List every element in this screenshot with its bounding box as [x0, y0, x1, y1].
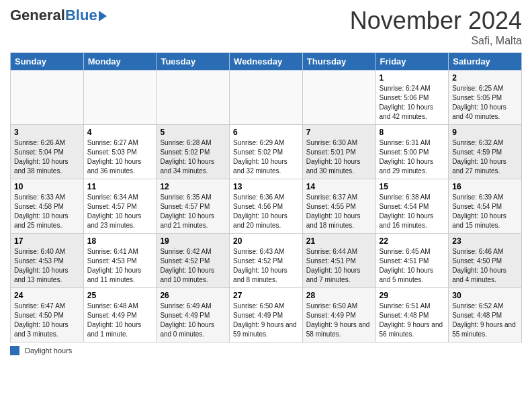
header: General Blue November 2024 Safi, Malta: [10, 7, 522, 47]
logo-text: General Blue: [10, 7, 107, 24]
column-header-sunday: Sunday: [11, 53, 84, 71]
calendar-cell: 22Sunrise: 6:45 AM Sunset: 4:51 PM Dayli…: [375, 234, 449, 288]
day-info: Sunrise: 6:34 AM Sunset: 4:57 PM Dayligh…: [87, 193, 153, 230]
calendar-cell: 6Sunrise: 6:29 AM Sunset: 5:02 PM Daylig…: [230, 125, 303, 179]
calendar-cell: 14Sunrise: 6:37 AM Sunset: 4:55 PM Dayli…: [302, 179, 375, 234]
calendar-cell: 11Sunrise: 6:34 AM Sunset: 4:57 PM Dayli…: [83, 179, 157, 234]
day-number: 10: [14, 182, 80, 191]
day-info: Sunrise: 6:46 AM Sunset: 4:50 PM Dayligh…: [452, 247, 518, 285]
day-number: 12: [160, 182, 226, 191]
day-info: Sunrise: 6:44 AM Sunset: 4:51 PM Dayligh…: [306, 247, 372, 285]
week-row-2: 3Sunrise: 6:26 AM Sunset: 5:04 PM Daylig…: [11, 125, 522, 179]
day-number: 4: [87, 128, 153, 137]
day-number: 26: [160, 291, 226, 300]
calendar-cell: 21Sunrise: 6:44 AM Sunset: 4:51 PM Dayli…: [302, 234, 375, 288]
day-number: 21: [306, 236, 372, 246]
day-number: 16: [452, 182, 518, 191]
column-header-wednesday: Wednesday: [230, 53, 303, 71]
calendar-cell: 26Sunrise: 6:49 AM Sunset: 4:49 PM Dayli…: [157, 288, 230, 342]
calendar-cell: 10Sunrise: 6:33 AM Sunset: 4:58 PM Dayli…: [11, 179, 84, 234]
day-info: Sunrise: 6:24 AM Sunset: 5:06 PM Dayligh…: [380, 84, 445, 122]
week-row-1: 1Sunrise: 6:24 AM Sunset: 5:06 PM Daylig…: [11, 71, 522, 125]
day-number: 19: [160, 236, 226, 246]
day-number: 24: [14, 291, 80, 300]
day-number: 11: [87, 182, 153, 191]
calendar-cell: 19Sunrise: 6:42 AM Sunset: 4:52 PM Dayli…: [157, 234, 230, 288]
day-number: 22: [380, 236, 445, 246]
calendar-cell: 13Sunrise: 6:36 AM Sunset: 4:56 PM Dayli…: [230, 179, 303, 234]
header-row: SundayMondayTuesdayWednesdayThursdayFrid…: [11, 53, 522, 71]
day-number: 2: [452, 73, 518, 83]
column-header-friday: Friday: [375, 53, 449, 71]
title-section: November 2024 Safi, Malta: [350, 7, 522, 47]
calendar-cell: 25Sunrise: 6:48 AM Sunset: 4:49 PM Dayli…: [83, 288, 157, 342]
calendar-cell: 17Sunrise: 6:40 AM Sunset: 4:53 PM Dayli…: [11, 234, 84, 288]
day-info: Sunrise: 6:47 AM Sunset: 4:50 PM Dayligh…: [14, 302, 80, 339]
day-info: Sunrise: 6:52 AM Sunset: 4:48 PM Dayligh…: [452, 302, 518, 339]
day-info: Sunrise: 6:51 AM Sunset: 4:48 PM Dayligh…: [380, 302, 445, 339]
calendar-cell: 27Sunrise: 6:50 AM Sunset: 4:49 PM Dayli…: [230, 288, 303, 342]
logo: General Blue: [10, 7, 107, 24]
day-number: 29: [380, 291, 445, 300]
calendar-cell: 1Sunrise: 6:24 AM Sunset: 5:06 PM Daylig…: [375, 71, 449, 125]
week-row-5: 24Sunrise: 6:47 AM Sunset: 4:50 PM Dayli…: [11, 288, 522, 342]
day-info: Sunrise: 6:43 AM Sunset: 4:52 PM Dayligh…: [233, 247, 299, 285]
footer: Daylight hours: [10, 346, 522, 355]
day-number: 30: [452, 291, 518, 300]
day-info: Sunrise: 6:25 AM Sunset: 5:05 PM Dayligh…: [452, 84, 518, 122]
calendar-cell: 30Sunrise: 6:52 AM Sunset: 4:48 PM Dayli…: [449, 288, 522, 342]
logo-arrow-icon: [99, 11, 107, 21]
day-info: Sunrise: 6:49 AM Sunset: 4:49 PM Dayligh…: [160, 302, 226, 339]
day-info: Sunrise: 6:36 AM Sunset: 4:56 PM Dayligh…: [233, 193, 299, 230]
calendar-cell: [11, 71, 84, 125]
calendar-cell: 29Sunrise: 6:51 AM Sunset: 4:48 PM Dayli…: [375, 288, 449, 342]
calendar-cell: 12Sunrise: 6:35 AM Sunset: 4:57 PM Dayli…: [157, 179, 230, 234]
calendar-cell: 5Sunrise: 6:28 AM Sunset: 5:02 PM Daylig…: [157, 125, 230, 179]
logo-blue: Blue: [65, 7, 97, 24]
calendar-cell: 4Sunrise: 6:27 AM Sunset: 5:03 PM Daylig…: [83, 125, 157, 179]
day-number: 15: [380, 182, 445, 191]
legend-label: Daylight hours: [25, 347, 72, 355]
logo-general: General: [10, 7, 65, 24]
day-info: Sunrise: 6:39 AM Sunset: 4:54 PM Dayligh…: [452, 193, 518, 230]
calendar-cell: 3Sunrise: 6:26 AM Sunset: 5:04 PM Daylig…: [11, 125, 84, 179]
column-header-saturday: Saturday: [449, 53, 522, 71]
calendar-cell: [157, 71, 230, 125]
day-number: 13: [233, 182, 299, 191]
day-number: 8: [380, 128, 445, 137]
day-number: 25: [87, 291, 153, 300]
day-info: Sunrise: 6:33 AM Sunset: 4:58 PM Dayligh…: [14, 193, 80, 230]
day-number: 20: [233, 236, 299, 246]
day-info: Sunrise: 6:27 AM Sunset: 5:03 PM Dayligh…: [87, 138, 153, 176]
day-info: Sunrise: 6:32 AM Sunset: 4:59 PM Dayligh…: [452, 138, 518, 176]
day-info: Sunrise: 6:50 AM Sunset: 4:49 PM Dayligh…: [306, 302, 372, 339]
day-number: 9: [452, 128, 518, 137]
calendar-cell: 7Sunrise: 6:30 AM Sunset: 5:01 PM Daylig…: [302, 125, 375, 179]
week-row-3: 10Sunrise: 6:33 AM Sunset: 4:58 PM Dayli…: [11, 179, 522, 234]
day-number: 6: [233, 128, 299, 137]
calendar: SundayMondayTuesdayWednesdayThursdayFrid…: [10, 52, 522, 342]
day-number: 3: [14, 128, 80, 137]
column-header-monday: Monday: [83, 53, 157, 71]
calendar-cell: 2Sunrise: 6:25 AM Sunset: 5:05 PM Daylig…: [449, 71, 522, 125]
calendar-cell: 20Sunrise: 6:43 AM Sunset: 4:52 PM Dayli…: [230, 234, 303, 288]
location: Safi, Malta: [350, 35, 522, 47]
day-info: Sunrise: 6:45 AM Sunset: 4:51 PM Dayligh…: [380, 247, 445, 285]
main-container: General Blue November 2024 Safi, Malta S…: [0, 0, 532, 359]
calendar-cell: [83, 71, 157, 125]
day-info: Sunrise: 6:42 AM Sunset: 4:52 PM Dayligh…: [160, 247, 226, 285]
week-row-4: 17Sunrise: 6:40 AM Sunset: 4:53 PM Dayli…: [11, 234, 522, 288]
day-info: Sunrise: 6:30 AM Sunset: 5:01 PM Dayligh…: [306, 138, 372, 176]
calendar-cell: 23Sunrise: 6:46 AM Sunset: 4:50 PM Dayli…: [449, 234, 522, 288]
day-info: Sunrise: 6:37 AM Sunset: 4:55 PM Dayligh…: [306, 193, 372, 230]
day-info: Sunrise: 6:35 AM Sunset: 4:57 PM Dayligh…: [160, 193, 226, 230]
day-info: Sunrise: 6:29 AM Sunset: 5:02 PM Dayligh…: [233, 138, 299, 176]
calendar-header: SundayMondayTuesdayWednesdayThursdayFrid…: [11, 53, 522, 71]
day-number: 17: [14, 236, 80, 246]
calendar-cell: [302, 71, 375, 125]
day-info: Sunrise: 6:28 AM Sunset: 5:02 PM Dayligh…: [160, 138, 226, 176]
calendar-body: 1Sunrise: 6:24 AM Sunset: 5:06 PM Daylig…: [11, 71, 522, 342]
day-info: Sunrise: 6:48 AM Sunset: 4:49 PM Dayligh…: [87, 302, 153, 339]
calendar-cell: 16Sunrise: 6:39 AM Sunset: 4:54 PM Dayli…: [449, 179, 522, 234]
day-number: 23: [452, 236, 518, 246]
